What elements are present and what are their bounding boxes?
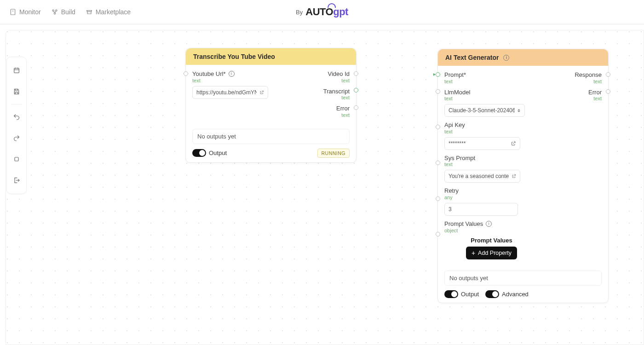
node2-input-prompt-label: Prompt* (444, 71, 525, 79)
node2-input-sysprompt-type: text (444, 161, 525, 167)
canvas[interactable]: Transcribe You Tube Video Youtube Url* i (6, 30, 644, 345)
nav-build[interactable]: Build (51, 8, 75, 16)
node2-advanced-toggle[interactable]: Advanced (485, 290, 529, 298)
info-icon[interactable]: i (486, 221, 492, 227)
build-icon (51, 8, 58, 16)
node2-input-llmmodel-type: text (444, 96, 525, 101)
node1-port-error[interactable] (354, 105, 358, 110)
node2-port-prompt-values[interactable] (436, 232, 440, 236)
node2-header[interactable]: AI Text Generator i (438, 49, 608, 66)
toggle-switch-icon (192, 149, 206, 157)
tool-redo[interactable] (7, 127, 26, 149)
add-property-label: Add Property (478, 250, 512, 256)
node1-youtube-url-input[interactable]: https://youtu.be/ndGmYNvPE (192, 86, 268, 99)
external-link-icon (259, 90, 264, 95)
tool-undo[interactable] (7, 106, 26, 127)
add-property-button[interactable]: + Add Property (466, 247, 517, 259)
info-icon[interactable]: i (503, 55, 509, 61)
node2-port-retry[interactable] (436, 196, 440, 201)
node1-youtube-url-value: https://youtu.be/ndGmYNvPE (196, 89, 257, 96)
monitor-icon (9, 8, 17, 16)
node2-output-toggle[interactable]: Output (444, 290, 479, 298)
node1-output-error-label: Error (336, 105, 350, 112)
node-ai-text-generator[interactable]: AI Text Generator i Prompt* (437, 49, 609, 303)
svg-rect-4 (14, 68, 19, 73)
node1-output-video-id: Video Id text (328, 70, 350, 83)
node2-input-sysprompt-label: Sys Prompt (444, 155, 525, 162)
nav-monitor-label: Monitor (19, 8, 41, 16)
node2-retry-input[interactable]: 3 (444, 203, 518, 216)
logo: AUTOgpt (305, 6, 348, 18)
tool-blocks[interactable] (7, 60, 26, 81)
tool-save[interactable] (7, 81, 26, 102)
tool-exit[interactable] (7, 170, 26, 191)
nav-marketplace[interactable]: Marketplace (86, 8, 131, 16)
plus-icon: + (472, 250, 475, 256)
svg-rect-0 (11, 9, 15, 15)
nav-monitor[interactable]: Monitor (9, 8, 41, 16)
node2-input-llmmodel: LlmModel text Claude-3-5-Sonnet-20240620 (444, 89, 525, 117)
node2-llmmodel-value: Claude-3-5-Sonnet-20240620 (448, 107, 515, 114)
select-caret-icon (518, 108, 521, 113)
external-link-icon (511, 141, 516, 146)
node1-output-error-type: text (336, 112, 350, 118)
node1-port-youtube-url[interactable] (184, 71, 188, 76)
node2-port-prompt[interactable] (436, 72, 440, 77)
exit-icon (13, 177, 20, 184)
node2-output-error-label: Error (588, 89, 602, 96)
node2-input-sysprompt: Sys Prompt text You're a seasoned conten… (444, 155, 525, 183)
node2-apikey-value: ******** (448, 140, 466, 147)
node1-title: Transcribe You Tube Video (193, 53, 275, 60)
nav-marketplace-label: Marketplace (96, 8, 131, 16)
node2-output-response-label: Response (575, 71, 602, 79)
node2-retry-value: 3 (448, 206, 452, 213)
node1-output-toggle-label: Output (209, 150, 227, 156)
node2-advanced-toggle-label: Advanced (502, 291, 529, 298)
node2-llmmodel-select[interactable]: Claude-3-5-Sonnet-20240620 (444, 104, 525, 117)
node1-port-transcript[interactable] (354, 88, 358, 92)
node2-sysprompt-input[interactable]: You're a seasoned content a (444, 170, 520, 183)
node2-apikey-input[interactable]: ******** (444, 137, 520, 150)
prompt-values-title: Prompt Values (471, 237, 512, 244)
save-icon (13, 88, 20, 95)
node2-output-toggle-label: Output (461, 291, 479, 298)
brand: By AUTOgpt (296, 6, 348, 18)
external-link-icon (512, 173, 516, 179)
node2-port-response[interactable] (606, 72, 610, 77)
tool-separator (11, 104, 22, 104)
node2-input-retry-label: Retry (444, 187, 525, 195)
undo-icon (13, 113, 20, 121)
logo-arc-icon (328, 3, 336, 8)
node2-port-llmmodel[interactable] (436, 89, 440, 94)
by-label: By (296, 9, 303, 16)
node1-port-video-id[interactable] (354, 71, 358, 76)
node2-port-sysprompt[interactable] (436, 161, 440, 165)
node1-output-video-id-label: Video Id (328, 70, 350, 78)
node2-input-apikey-type: text (444, 129, 525, 134)
info-icon[interactable]: i (229, 71, 235, 77)
node1-output-transcript-label: Transcript (323, 88, 350, 95)
node2-input-apikey-label: Api Key (444, 121, 525, 129)
node2-port-apikey[interactable] (436, 125, 440, 129)
node1-output-toggle[interactable]: Output (192, 149, 227, 157)
nav-build-label: Build (61, 8, 75, 16)
tool-stop[interactable] (7, 149, 26, 170)
node2-sysprompt-value: You're a seasoned content a (448, 173, 509, 179)
node2-input-prompt-values-label: Prompt Values (444, 220, 483, 228)
node2-output-response: Response text (575, 71, 602, 84)
side-toolbar (6, 57, 27, 194)
node2-port-error[interactable] (606, 89, 610, 94)
node2-input-prompt-values-type: object (444, 228, 525, 233)
node2-no-outputs: No outputs yet (444, 270, 602, 286)
node2-input-prompt-type: text (444, 79, 525, 84)
node2-body: Prompt* text LlmModel text Claude-3-5-So… (438, 66, 608, 303)
svg-rect-5 (15, 157, 18, 161)
node2-input-prompt-values: Prompt Values i object Prompt Values + A… (444, 220, 525, 259)
marketplace-icon (86, 8, 93, 16)
node-transcribe-youtube[interactable]: Transcribe You Tube Video Youtube Url* i (185, 48, 356, 163)
node1-output-transcript-type: text (323, 95, 350, 100)
app-header: Monitor Build Marketplace By AUTOgpt (0, 0, 644, 24)
node1-header[interactable]: Transcribe You Tube Video (186, 48, 356, 65)
node2-title: AI Text Generator (445, 54, 499, 61)
canvas-wrap: Transcribe You Tube Video Youtube Url* i (0, 24, 644, 345)
